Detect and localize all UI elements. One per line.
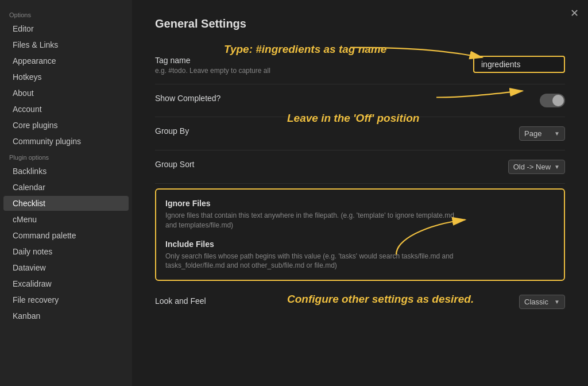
group-by-label: Group By bbox=[155, 126, 189, 136]
group-sort-dropdown[interactable]: Old -> New ▼ bbox=[508, 160, 565, 174]
toggle-knob bbox=[552, 95, 564, 106]
files-box: Ignore Files Ignore files that contain t… bbox=[155, 188, 565, 281]
chevron-down-icon-sort: ▼ bbox=[554, 164, 560, 170]
ignore-files-title: Ignore Files bbox=[165, 199, 555, 208]
sidebar-item-calendar[interactable]: Calendar bbox=[3, 180, 129, 195]
show-completed-control bbox=[540, 94, 565, 107]
sidebar-item-account[interactable]: Account bbox=[3, 102, 129, 117]
look-feel-row: Look and Feel Classic ▼ bbox=[155, 285, 565, 318]
show-completed-label: Show Completed? bbox=[155, 94, 220, 103]
page-title: General Settings bbox=[155, 17, 565, 30]
sidebar-item-core-plugins[interactable]: Core plugins bbox=[3, 118, 129, 133]
include-files-title: Include Files bbox=[165, 240, 555, 249]
group-sort-row: Group Sort Old -> New ▼ bbox=[155, 150, 565, 184]
sidebar-item-files-links[interactable]: Files & Links bbox=[3, 37, 129, 52]
main-content: ✕ General Settings Tag name e.g. #todo. … bbox=[132, 0, 588, 386]
include-files-section: Include Files Only search files whose pa… bbox=[165, 240, 555, 271]
group-sort-label: Group Sort bbox=[155, 160, 194, 169]
sidebar-item-command-palette[interactable]: Command palette bbox=[3, 228, 129, 243]
look-feel-label: Look and Feel bbox=[155, 296, 206, 306]
sidebar-item-dataview[interactable]: Dataview bbox=[3, 260, 129, 275]
sidebar-item-backlinks[interactable]: Backlinks bbox=[3, 164, 129, 179]
sidebar-item-appearance[interactable]: Appearance bbox=[3, 53, 129, 68]
include-files-desc: Only search files whose path begins with… bbox=[165, 252, 464, 271]
ignore-files-section: Ignore Files Ignore files that contain t… bbox=[165, 199, 555, 230]
options-section-label: Options bbox=[0, 7, 132, 21]
group-sort-value: Old -> New bbox=[513, 163, 551, 171]
group-by-dropdown[interactable]: Page ▼ bbox=[519, 126, 565, 141]
group-sort-control: Old -> New ▼ bbox=[508, 160, 565, 174]
sidebar-item-community-plugins[interactable]: Community plugins bbox=[3, 134, 129, 149]
plugin-options-section-label: Plugin options bbox=[0, 149, 132, 163]
chevron-down-icon: ▼ bbox=[554, 130, 560, 137]
look-feel-value: Classic bbox=[524, 298, 548, 306]
sidebar-item-excalidraw[interactable]: Excalidraw bbox=[3, 276, 129, 291]
look-feel-dropdown[interactable]: Classic ▼ bbox=[519, 295, 565, 309]
tag-name-row: Tag name e.g. #todo. Leave empty to capt… bbox=[155, 47, 565, 84]
group-by-control: Page ▼ bbox=[519, 126, 565, 141]
sidebar-item-cmenu[interactable]: cMenu bbox=[3, 212, 129, 227]
sidebar-item-editor[interactable]: Editor bbox=[3, 21, 129, 36]
group-by-row: Group By Page ▼ bbox=[155, 117, 565, 150]
close-button[interactable]: ✕ bbox=[570, 7, 579, 20]
show-completed-toggle[interactable] bbox=[540, 94, 565, 107]
sidebar: Options Editor Files & Links Appearance … bbox=[0, 0, 132, 386]
show-completed-row: Show Completed? bbox=[155, 84, 565, 117]
tag-name-control bbox=[473, 56, 565, 73]
sidebar-item-daily-notes[interactable]: Daily notes bbox=[3, 244, 129, 259]
sidebar-item-checklist[interactable]: Checklist bbox=[3, 196, 129, 211]
sidebar-item-kanban[interactable]: Kanban bbox=[3, 308, 129, 323]
sidebar-item-about[interactable]: About bbox=[3, 86, 129, 101]
ignore-files-desc: Ignore files that contain this text anyw… bbox=[165, 211, 464, 230]
tag-name-input[interactable] bbox=[473, 56, 565, 73]
group-by-value: Page bbox=[524, 129, 541, 138]
chevron-down-icon-lf: ▼ bbox=[554, 299, 560, 305]
tag-name-desc: e.g. #todo. Leave empty to capture all bbox=[155, 67, 270, 75]
tag-name-label: Tag name bbox=[155, 56, 270, 65]
sidebar-item-file-recovery[interactable]: File recovery bbox=[3, 292, 129, 307]
sidebar-item-hotkeys[interactable]: Hotkeys bbox=[3, 70, 129, 84]
